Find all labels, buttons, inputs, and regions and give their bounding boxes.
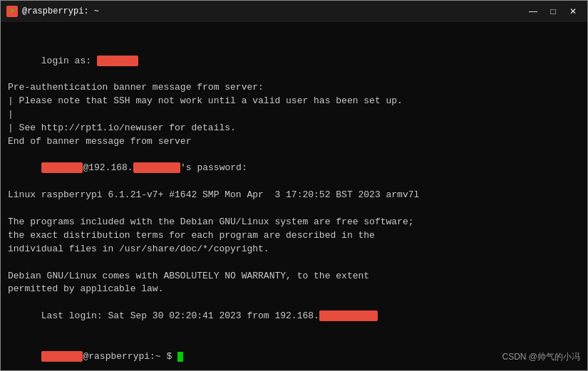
redacted-user2: XXXXXXX (41, 162, 83, 173)
redacted-username: XXXXXXX (97, 56, 139, 66)
title-bar-left: @raspberrypi: ~ (6, 6, 99, 17)
terminal-window: @raspberrypi: ~ — □ ✕ login as: XXXXXXX … (0, 0, 588, 371)
terminal-line: End of banner message from server (8, 135, 580, 149)
terminal-prompt-line: XXXXXXX@raspberrypi:~ $ (8, 337, 580, 370)
terminal-line: Debian GNU/Linux comes with ABSOLUTELY N… (8, 270, 580, 283)
login-label: login as: (41, 56, 97, 66)
terminal-line: | Please note that SSH may not work unti… (8, 95, 580, 108)
terminal-line: login as: XXXXXXX (8, 28, 580, 81)
terminal-line: the exact distribution terms for each pr… (8, 229, 580, 243)
window-title: @raspberrypi: ~ (22, 6, 99, 16)
terminal-line-empty (8, 202, 580, 216)
terminal-line: | (8, 108, 580, 122)
terminal-line: XXXXXXX@192.168.XXXXXXXX's password: (8, 149, 580, 189)
watermark: CSDN @帅气的小冯 (502, 351, 580, 363)
minimize-button[interactable]: — (525, 5, 542, 18)
prompt-host: @raspberrypi:~ $ (83, 351, 177, 362)
app-icon (6, 6, 18, 17)
terminal-line-empty (8, 256, 580, 270)
terminal-line: | See http://rpt1.io/newuser for details… (8, 122, 580, 135)
terminal-line: individual files in /usr/share/doc/*/cop… (8, 243, 580, 256)
cursor (177, 352, 183, 362)
maximize-button[interactable]: □ (545, 5, 562, 18)
terminal-line: Pre-authentication banner message from s… (8, 81, 580, 95)
close-button[interactable]: ✕ (564, 5, 582, 18)
window-controls: — □ ✕ (525, 5, 582, 18)
prompt-username: XXXXXXX (41, 351, 83, 362)
terminal-line: Linux raspberrypi 6.1.21-v7+ #1642 SMP M… (8, 189, 580, 202)
title-bar: @raspberrypi: ~ — □ ✕ (1, 1, 587, 22)
redacted-ip: XXXXXXXX (133, 162, 180, 173)
terminal-line: permitted by applicable law. (8, 283, 580, 296)
redacted-ip2: XXXXXXXXXX (319, 310, 378, 321)
terminal-line: Last login: Sat Sep 30 02:20:41 2023 fro… (8, 296, 580, 337)
terminal-line: The programs included with the Debian GN… (8, 216, 580, 229)
terminal-body[interactable]: login as: XXXXXXX Pre-authentication ban… (1, 22, 587, 370)
